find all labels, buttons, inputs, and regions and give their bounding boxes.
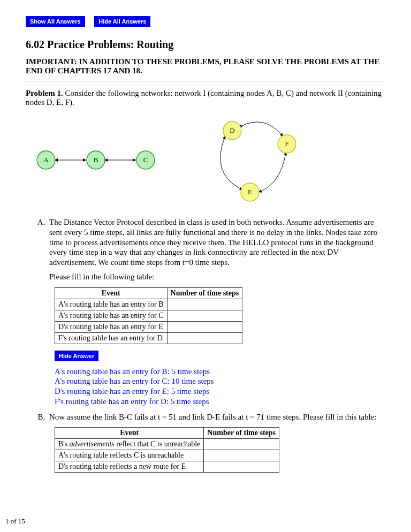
answer-line: A's routing table has an entry for B: 5 …: [55, 367, 385, 377]
part-b: Now assume the link B-C fails at t = 51 …: [47, 412, 385, 473]
table-row: A's routing table has an entry for B: [55, 299, 242, 310]
answer-line: F's routing table has an entry for D: 5 …: [55, 397, 385, 407]
problem-1-intro: Problem 1. Consider the following networ…: [26, 89, 385, 107]
edge-fe: [258, 153, 286, 192]
steps-cell[interactable]: [204, 461, 279, 473]
header-steps: Number of time steps: [204, 428, 279, 439]
network-1-diagram: A B C: [30, 139, 169, 181]
part-a-text: The Distance Vector Protocol described i…: [49, 217, 385, 268]
table-row: A's routing table has an entry for C: [55, 310, 242, 321]
divider: [26, 81, 385, 81]
hide-all-button[interactable]: Hide All Answers: [94, 16, 150, 27]
steps-cell[interactable]: [204, 450, 279, 461]
steps-cell[interactable]: [167, 299, 242, 310]
important-note: IMPORTANT: IN ADDITION TO THESE PROBLEMS…: [26, 57, 385, 75]
network-2-diagram: D F E: [200, 115, 307, 206]
part-b-text: Now assume the link B-C fails at t = 51 …: [49, 412, 385, 422]
edge-df: [240, 122, 283, 136]
event-cell: A's routing table reflects C is unreacha…: [55, 450, 204, 461]
part-a: The Distance Vector Protocol described i…: [47, 217, 385, 407]
table-row: D's routing table has an entry for E: [55, 321, 242, 332]
node-c-label: C: [143, 156, 148, 164]
show-all-button[interactable]: Show All Answers: [26, 16, 85, 27]
part-a-prompt: Please fill in the following table:: [49, 272, 385, 282]
steps-cell[interactable]: [167, 321, 242, 332]
answer-line: A's routing table has an entry for C: 10…: [55, 376, 385, 386]
table-row: F's routing table has an entry for D: [55, 332, 242, 344]
node-e-label: E: [248, 188, 252, 196]
part-b-table: Event Number of time steps B's advertise…: [55, 427, 279, 473]
button-row: Show All Answers Hide All Answers: [26, 16, 385, 27]
event-cell: A's routing table has an entry for B: [55, 299, 168, 310]
part-a-table: Event Number of time steps A's routing t…: [55, 287, 242, 344]
table-header-row: Event Number of time steps: [55, 287, 242, 299]
table-row: B's advertisements reflect that C is unr…: [55, 439, 279, 450]
hide-button-wrap: Hide Answer: [55, 351, 385, 361]
problem-label: Problem 1.: [26, 89, 63, 97]
event-cell: D's routing table reflects a new route f…: [55, 461, 204, 473]
event-cell: D's routing table has an entry for E: [55, 321, 168, 332]
table-row: A's routing table reflects C is unreacha…: [55, 450, 279, 461]
node-a-label: A: [43, 156, 49, 164]
node-d-label: D: [230, 126, 234, 134]
hide-answer-button[interactable]: Hide Answer: [55, 351, 98, 361]
problem-parts: The Distance Vector Protocol described i…: [26, 217, 385, 473]
node-b-label: B: [94, 156, 98, 164]
part-a-answer: A's routing table has an entry for B: 5 …: [55, 367, 385, 407]
table-header-row: Event Number of time steps: [55, 428, 279, 439]
event-cell: B's advertisements reflect that C is unr…: [55, 439, 204, 450]
event-cell: A's routing table has an entry for C: [55, 310, 168, 321]
steps-cell[interactable]: [204, 439, 279, 450]
header-event: Event: [55, 287, 168, 299]
answer-line: D's routing table has an entry for E: 5 …: [55, 386, 385, 397]
header-steps: Number of time steps: [167, 287, 242, 299]
edge-ed: [220, 136, 242, 189]
header-event: Event: [55, 428, 204, 439]
steps-cell[interactable]: [167, 332, 242, 344]
problem-text: Consider the following networks: network…: [26, 89, 382, 107]
table-row: D's routing table reflects a new route f…: [55, 461, 279, 473]
network-diagrams: A B C D F E: [30, 115, 385, 206]
steps-cell[interactable]: [167, 310, 242, 321]
page-title: 6.02 Practice Problems: Routing: [26, 39, 385, 51]
node-f-label: F: [285, 140, 288, 148]
event-cell: F's routing table has an entry for D: [55, 332, 168, 344]
